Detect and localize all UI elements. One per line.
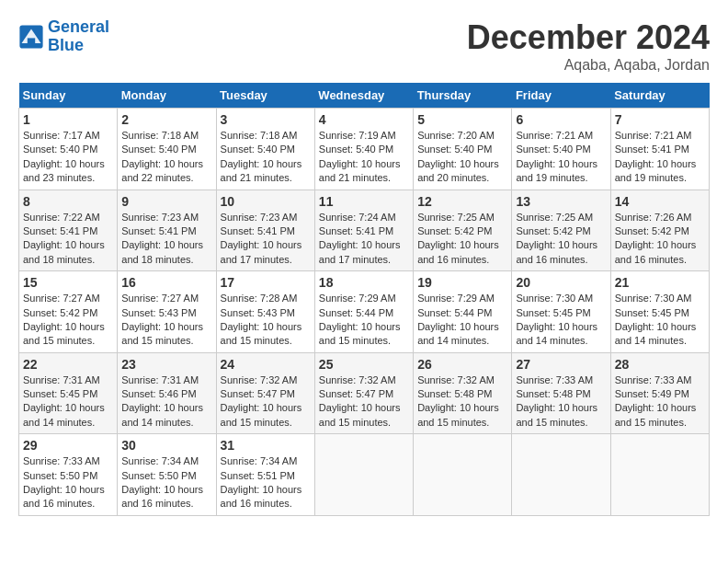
day-number: 9 xyxy=(121,194,211,209)
calendar-cell: 29 Sunrise: 7:33 AMSunset: 5:50 PMDaylig… xyxy=(19,434,118,516)
calendar-body: 1 Sunrise: 7:17 AMSunset: 5:40 PMDayligh… xyxy=(19,109,710,516)
week-row-5: 29 Sunrise: 7:33 AMSunset: 5:50 PMDaylig… xyxy=(19,434,710,516)
calendar-cell: 18 Sunrise: 7:29 AMSunset: 5:44 PMDaylig… xyxy=(314,271,413,353)
day-info: Sunrise: 7:25 AMSunset: 5:42 PMDaylight:… xyxy=(516,211,606,268)
calendar-cell: 27 Sunrise: 7:33 AMSunset: 5:48 PMDaylig… xyxy=(512,352,610,434)
calendar-header: SundayMondayTuesdayWednesdayThursdayFrid… xyxy=(19,83,710,109)
calendar-cell xyxy=(610,434,709,516)
calendar-cell: 17 Sunrise: 7:28 AMSunset: 5:43 PMDaylig… xyxy=(216,271,314,353)
calendar-cell: 6 Sunrise: 7:21 AMSunset: 5:40 PMDayligh… xyxy=(512,109,610,190)
day-info: Sunrise: 7:31 AMSunset: 5:46 PMDaylight:… xyxy=(121,373,211,431)
calendar-cell: 5 Sunrise: 7:20 AMSunset: 5:40 PMDayligh… xyxy=(414,109,512,190)
day-header-sunday: Sunday xyxy=(19,83,118,109)
day-number: 21 xyxy=(615,275,705,290)
day-info: Sunrise: 7:21 AMSunset: 5:40 PMDaylight:… xyxy=(516,129,606,186)
day-number: 6 xyxy=(516,112,606,127)
day-number: 5 xyxy=(417,112,507,127)
logo-blue: Blue xyxy=(48,36,84,54)
calendar-cell: 28 Sunrise: 7:33 AMSunset: 5:49 PMDaylig… xyxy=(610,352,709,434)
day-info: Sunrise: 7:30 AMSunset: 5:45 PMDaylight:… xyxy=(516,292,606,349)
day-header-tuesday: Tuesday xyxy=(216,83,314,109)
calendar-cell: 13 Sunrise: 7:25 AMSunset: 5:42 PMDaylig… xyxy=(512,190,610,271)
week-row-2: 8 Sunrise: 7:22 AMSunset: 5:41 PMDayligh… xyxy=(19,190,710,271)
title-block: December 2024 Aqaba, Aqaba, Jordan xyxy=(467,18,710,74)
day-number: 14 xyxy=(615,194,705,209)
day-number: 25 xyxy=(319,357,409,372)
logo: General Blue xyxy=(18,18,109,55)
day-info: Sunrise: 7:34 AMSunset: 5:51 PMDaylight:… xyxy=(221,454,311,511)
calendar-cell xyxy=(414,434,512,516)
day-number: 17 xyxy=(221,275,311,290)
day-number: 24 xyxy=(221,357,311,372)
calendar-cell: 3 Sunrise: 7:18 AMSunset: 5:40 PMDayligh… xyxy=(216,109,314,190)
logo-general: General xyxy=(48,17,109,36)
day-number: 27 xyxy=(516,357,606,372)
calendar-cell: 8 Sunrise: 7:22 AMSunset: 5:41 PMDayligh… xyxy=(19,190,118,271)
day-header-wednesday: Wednesday xyxy=(314,83,413,109)
calendar-cell: 2 Sunrise: 7:18 AMSunset: 5:40 PMDayligh… xyxy=(118,109,216,190)
day-number: 28 xyxy=(615,357,705,372)
day-info: Sunrise: 7:29 AMSunset: 5:44 PMDaylight:… xyxy=(417,292,507,349)
day-number: 12 xyxy=(417,194,507,209)
calendar-cell: 4 Sunrise: 7:19 AMSunset: 5:40 PMDayligh… xyxy=(314,109,413,190)
day-header-saturday: Saturday xyxy=(610,83,709,109)
calendar-cell: 31 Sunrise: 7:34 AMSunset: 5:51 PMDaylig… xyxy=(216,434,314,516)
day-header-thursday: Thursday xyxy=(414,83,512,109)
day-info: Sunrise: 7:33 AMSunset: 5:50 PMDaylight:… xyxy=(23,454,113,511)
week-row-1: 1 Sunrise: 7:17 AMSunset: 5:40 PMDayligh… xyxy=(19,109,710,190)
calendar-table: SundayMondayTuesdayWednesdayThursdayFrid… xyxy=(18,83,710,516)
day-info: Sunrise: 7:28 AMSunset: 5:43 PMDaylight:… xyxy=(221,292,311,349)
calendar-cell: 25 Sunrise: 7:32 AMSunset: 5:47 PMDaylig… xyxy=(314,352,413,434)
day-number: 3 xyxy=(221,112,311,127)
day-info: Sunrise: 7:27 AMSunset: 5:42 PMDaylight:… xyxy=(23,292,113,349)
day-info: Sunrise: 7:25 AMSunset: 5:42 PMDaylight:… xyxy=(417,211,507,268)
day-info: Sunrise: 7:29 AMSunset: 5:44 PMDaylight:… xyxy=(319,292,409,349)
day-number: 4 xyxy=(319,112,409,127)
calendar-cell: 10 Sunrise: 7:23 AMSunset: 5:41 PMDaylig… xyxy=(216,190,314,271)
calendar-cell: 9 Sunrise: 7:23 AMSunset: 5:41 PMDayligh… xyxy=(118,190,216,271)
calendar-cell: 12 Sunrise: 7:25 AMSunset: 5:42 PMDaylig… xyxy=(414,190,512,271)
day-info: Sunrise: 7:27 AMSunset: 5:43 PMDaylight:… xyxy=(121,292,211,349)
day-info: Sunrise: 7:31 AMSunset: 5:45 PMDaylight:… xyxy=(23,373,113,431)
day-number: 23 xyxy=(121,357,211,372)
day-info: Sunrise: 7:33 AMSunset: 5:48 PMDaylight:… xyxy=(516,373,606,431)
day-number: 11 xyxy=(319,194,409,209)
month-title: December 2024 xyxy=(467,18,710,57)
day-number: 1 xyxy=(23,112,113,127)
day-number: 2 xyxy=(121,112,211,127)
day-info: Sunrise: 7:21 AMSunset: 5:41 PMDaylight:… xyxy=(615,129,705,186)
week-row-3: 15 Sunrise: 7:27 AMSunset: 5:42 PMDaylig… xyxy=(19,271,710,353)
day-info: Sunrise: 7:33 AMSunset: 5:49 PMDaylight:… xyxy=(615,373,705,431)
day-header-friday: Friday xyxy=(512,83,610,109)
day-info: Sunrise: 7:32 AMSunset: 5:47 PMDaylight:… xyxy=(319,373,409,431)
calendar-cell: 15 Sunrise: 7:27 AMSunset: 5:42 PMDaylig… xyxy=(19,271,118,353)
day-info: Sunrise: 7:26 AMSunset: 5:42 PMDaylight:… xyxy=(615,211,705,268)
svg-rect-2 xyxy=(28,38,35,43)
day-info: Sunrise: 7:24 AMSunset: 5:41 PMDaylight:… xyxy=(319,211,409,268)
calendar-cell xyxy=(314,434,413,516)
day-number: 8 xyxy=(23,194,113,209)
logo-icon xyxy=(18,24,44,50)
day-number: 15 xyxy=(23,275,113,290)
day-number: 7 xyxy=(615,112,705,127)
calendar-cell: 24 Sunrise: 7:32 AMSunset: 5:47 PMDaylig… xyxy=(216,352,314,434)
day-info: Sunrise: 7:18 AMSunset: 5:40 PMDaylight:… xyxy=(121,129,211,186)
calendar-cell: 23 Sunrise: 7:31 AMSunset: 5:46 PMDaylig… xyxy=(118,352,216,434)
page-header: General Blue December 2024 Aqaba, Aqaba,… xyxy=(18,18,710,74)
day-info: Sunrise: 7:18 AMSunset: 5:40 PMDaylight:… xyxy=(221,129,311,186)
day-header-monday: Monday xyxy=(118,83,216,109)
day-number: 22 xyxy=(23,357,113,372)
location: Aqaba, Aqaba, Jordan xyxy=(467,57,710,74)
calendar-cell: 11 Sunrise: 7:24 AMSunset: 5:41 PMDaylig… xyxy=(314,190,413,271)
day-header-row: SundayMondayTuesdayWednesdayThursdayFrid… xyxy=(19,83,710,109)
day-number: 16 xyxy=(121,275,211,290)
calendar-cell: 1 Sunrise: 7:17 AMSunset: 5:40 PMDayligh… xyxy=(19,109,118,190)
calendar-cell: 30 Sunrise: 7:34 AMSunset: 5:50 PMDaylig… xyxy=(118,434,216,516)
day-info: Sunrise: 7:17 AMSunset: 5:40 PMDaylight:… xyxy=(23,129,113,186)
day-info: Sunrise: 7:32 AMSunset: 5:48 PMDaylight:… xyxy=(417,373,507,431)
calendar-cell: 7 Sunrise: 7:21 AMSunset: 5:41 PMDayligh… xyxy=(610,109,709,190)
day-info: Sunrise: 7:30 AMSunset: 5:45 PMDaylight:… xyxy=(615,292,705,349)
calendar-cell: 16 Sunrise: 7:27 AMSunset: 5:43 PMDaylig… xyxy=(118,271,216,353)
day-number: 31 xyxy=(221,438,311,453)
day-info: Sunrise: 7:23 AMSunset: 5:41 PMDaylight:… xyxy=(121,211,211,268)
